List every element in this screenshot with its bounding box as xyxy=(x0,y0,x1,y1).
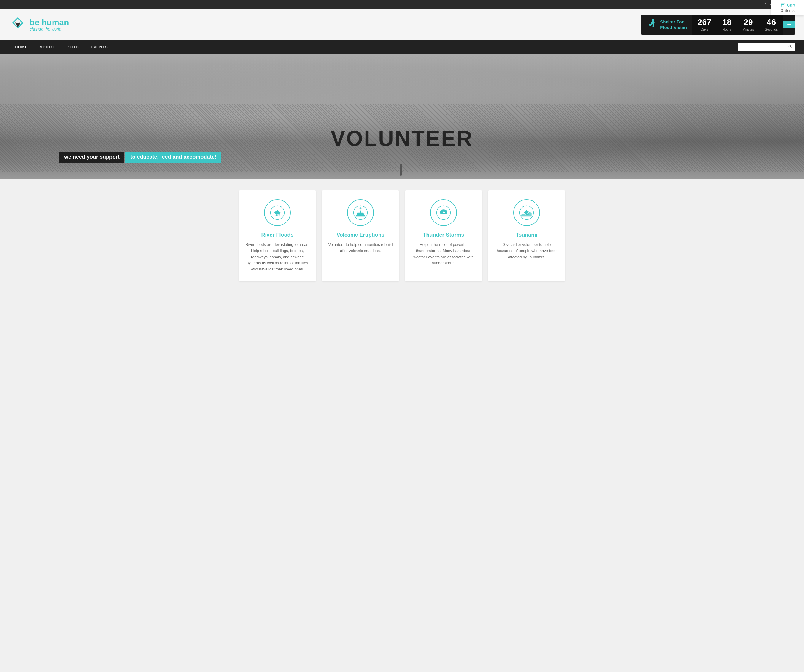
logo-text: be human change the world xyxy=(29,18,69,31)
nav-about[interactable]: ABOUT xyxy=(34,40,60,54)
hero-scroll-indicator xyxy=(400,164,402,176)
cart-widget[interactable]: Cart 0 items xyxy=(771,0,804,15)
card-thunder-storms: Thunder Storms Help in the relief of pow… xyxy=(405,191,482,281)
card-river-floods: River Floods River floods are devastatin… xyxy=(239,191,316,281)
cards-section: River Floods River floods are devastatin… xyxy=(0,179,804,293)
volunteer-text: VOLUNTEER xyxy=(331,126,473,151)
countdown-days: 267 Days xyxy=(692,15,717,35)
cart-icon xyxy=(780,2,785,8)
minutes-label: Minutes xyxy=(743,28,754,31)
card-volcanic-eruptions: Volcanic Eruptions Volunteer to help com… xyxy=(322,191,399,281)
nav-home[interactable]: HOME xyxy=(9,40,34,54)
tsunami-icon xyxy=(519,205,534,220)
tsunami-icon-circle xyxy=(513,199,540,226)
cart-items-text: items xyxy=(785,8,794,13)
nav-blog[interactable]: BLOG xyxy=(60,40,85,54)
nav-events[interactable]: EVENTS xyxy=(85,40,114,54)
search-icon xyxy=(788,44,792,49)
countdown-times: 267 Days 18 Hours 29 Minutes 46 Seconds xyxy=(692,15,783,35)
logo-highlight: human xyxy=(41,18,69,27)
nav-items: HOME ABOUT BLOG EVENTS xyxy=(9,40,737,54)
cart-label: Cart xyxy=(787,3,796,7)
hours-label: Hours xyxy=(723,28,731,31)
river-floods-icon xyxy=(270,205,285,220)
volcanic-title: Volcanic Eruptions xyxy=(337,232,384,238)
tsunami-title: Tsunami xyxy=(516,232,538,238)
seconds-value: 46 xyxy=(766,18,776,26)
thunder-icon xyxy=(436,205,451,220)
search-button[interactable] xyxy=(785,43,795,51)
runner-icon xyxy=(647,18,657,31)
river-floods-title: River Floods xyxy=(261,232,293,238)
countdown-minutes: 29 Minutes xyxy=(737,15,760,35)
logo-icon xyxy=(9,16,27,34)
campaign-line2: Flood Victim xyxy=(660,24,687,31)
card-tsunami: Tsunami Give aid or volunteer to help th… xyxy=(488,191,565,281)
logo-area[interactable]: be human change the world xyxy=(9,16,69,34)
campaign-line1: Shelter For xyxy=(660,19,687,25)
hours-value: 18 xyxy=(722,18,732,26)
hero-line1: we need your support xyxy=(59,152,124,163)
thunder-desc: Help in the relief of powerful thunderst… xyxy=(411,242,476,266)
campaign-name: Shelter For Flood Victim xyxy=(660,19,687,31)
river-floods-icon-circle xyxy=(264,199,291,226)
cart-top: Cart xyxy=(780,2,796,8)
thunder-icon-circle xyxy=(430,199,457,226)
logo-main-text: be human xyxy=(29,18,69,27)
river-floods-desc: River floods are devastating to areas. H… xyxy=(245,242,310,272)
logo-prefix: be xyxy=(29,18,41,27)
hero-text-block: we need your support to educate, feed an… xyxy=(59,152,221,164)
svg-point-0 xyxy=(16,23,19,26)
hero-line2: to educate, feed and accomodate! xyxy=(126,152,221,163)
days-label: Days xyxy=(701,28,708,31)
hero-section: VOLUNTEER we need your support to educat… xyxy=(0,54,804,179)
volcanic-icon-circle xyxy=(347,199,374,226)
logo-tagline: change the world xyxy=(29,27,69,31)
countdown-hours: 18 Hours xyxy=(717,15,737,35)
cart-items-label: 0 items xyxy=(781,8,794,13)
countdown-plus-button[interactable]: + xyxy=(783,21,795,28)
days-value: 267 xyxy=(698,18,711,26)
search-bar xyxy=(737,43,795,51)
top-bar: f •• 𝕥 v ▶ p Cart 0 items xyxy=(0,0,804,9)
facebook-icon[interactable]: f xyxy=(765,2,766,7)
seconds-label: Seconds xyxy=(765,28,778,31)
volcanic-desc: Volunteer to help communities rebuild af… xyxy=(328,242,393,254)
search-input[interactable] xyxy=(737,43,785,51)
header: be human change the world Shelter For Fl… xyxy=(0,9,804,40)
countdown-seconds: 46 Seconds xyxy=(760,15,783,35)
minutes-value: 29 xyxy=(744,18,753,26)
cart-count: 0 xyxy=(781,8,783,13)
svg-point-7 xyxy=(440,210,443,214)
countdown-banner: Shelter For Flood Victim 267 Days 18 Hou… xyxy=(641,15,795,35)
countdown-runner: Shelter For Flood Victim xyxy=(641,15,692,35)
thunder-title: Thunder Storms xyxy=(423,232,464,238)
svg-point-2 xyxy=(652,19,654,21)
tsunami-desc: Give aid or volunteer to help thousands … xyxy=(494,242,559,260)
nav-bar: HOME ABOUT BLOG EVENTS xyxy=(0,40,804,54)
volcanic-icon xyxy=(353,205,368,220)
